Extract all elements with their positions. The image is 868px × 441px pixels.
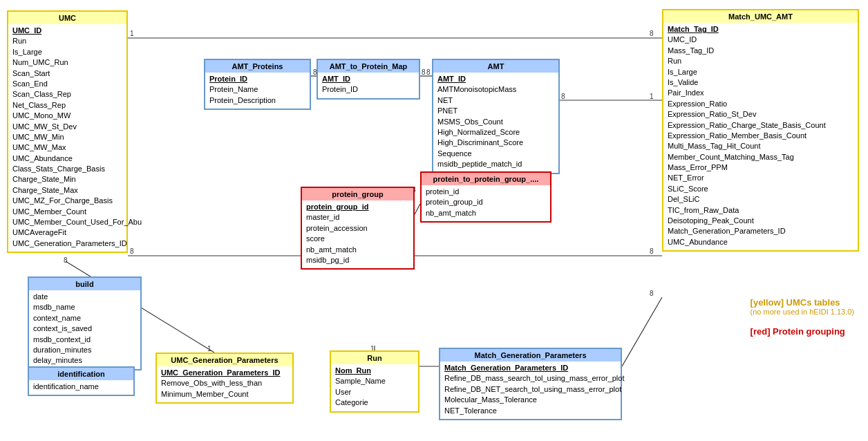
field-delay: delay_minutes — [33, 355, 136, 366]
table-protein-group-body: protein_group_id master_id protein_acces… — [302, 200, 413, 268]
svg-text:8: 8 — [650, 247, 654, 255]
table-identification: identification identification_name — [28, 366, 135, 396]
field-run: Run — [12, 36, 122, 46]
field-protein-id: Protein_ID — [209, 74, 305, 84]
svg-line-14 — [415, 204, 420, 214]
svg-text:8: 8 — [130, 247, 134, 255]
field-multi-mass-hit: Multi_Mass_Tag_Hit_Count — [668, 141, 853, 151]
field-pair-index: Pair_Index — [668, 88, 853, 98]
field-min-member: Minimum_Member_Count — [161, 389, 288, 400]
legend-yellow-sub: (no more used in hEIDI 1.13.0) — [751, 308, 854, 316]
table-protein-to-group-body: protein_id protein_group_id nb_amt_match — [422, 185, 550, 221]
field-nom-run: Nom_Run — [335, 366, 414, 376]
field-mass-tag-id: Mass_Tag_ID — [668, 46, 853, 56]
field-umc-mono-mw: UMC_Mono_MW — [12, 111, 122, 121]
svg-text:1: 1 — [207, 345, 211, 353]
field-umc-mw-max: UMC_MW_Max — [12, 142, 122, 153]
field-umc-id: UMC_ID — [12, 26, 122, 36]
table-amt-proteins-header: AMT_Proteins — [205, 60, 310, 73]
field-remove-obs: Remove_Obs_with_less_than — [161, 378, 288, 388]
svg-text:1: 1 — [130, 30, 134, 37]
field-expr-ratio-member: Expression_Ratio_Member_Basis_Count — [668, 131, 853, 141]
table-amt-protein-map: AMT_to_Protein_Map AMT_ID Protein_ID — [317, 59, 420, 100]
table-build-header: build — [29, 278, 140, 290]
field-mgp-id: Match_Generation_Parameters_ID — [444, 363, 616, 373]
field-umc-gen-id: UMC_Generation_Parameters_ID — [161, 368, 288, 378]
table-umc-header: UMC — [8, 12, 126, 24]
field-scan-start: Scan_Start — [12, 68, 122, 79]
field-umc-member-count: UMC_Member_Count — [12, 207, 122, 217]
field-sequence: Sequence — [437, 149, 554, 159]
field-umc-gen-params: UMC_Generation_Parameters_ID — [12, 238, 122, 249]
field-scan-class-rep: Scan_Class_Rep — [12, 89, 122, 100]
table-run: Run Nom_Run Sample_Name User Categorie — [330, 350, 419, 413]
field-categorie: Categorie — [335, 397, 414, 408]
table-umc-gen-params-header: UMC_Generation_Parameters — [157, 354, 292, 366]
field-umc-abundance: UMC_Abundance — [12, 153, 122, 164]
field-sample-name: Sample_Name — [335, 376, 414, 386]
svg-text:1: 1 — [650, 93, 654, 100]
table-amt: AMT AMT_ID AMTMonoisotopicMass NET PNET … — [432, 59, 560, 174]
svg-line-23 — [622, 297, 662, 366]
field-umc-member-used: UMC_Member_Count_Used_For_Abu — [12, 217, 122, 227]
field-umc-mw-min: UMC_MW_Min — [12, 132, 122, 142]
field-match-tag-id: Match_Tag_ID — [668, 24, 853, 35]
table-match-gen-params: Match_Generation_Parameters Match_Genera… — [439, 348, 622, 420]
field-score: score — [306, 234, 409, 244]
field-msdb-context-id: msdb_context_id — [33, 335, 136, 345]
field-mumc-islarge: Is_Large — [668, 67, 853, 77]
field-protein-id-map: Protein_ID — [322, 84, 415, 95]
table-match-gen-params-body: Match_Generation_Parameters_ID Refine_DB… — [440, 362, 621, 419]
field-msidb-peptide: msidb_peptide_match_id — [437, 159, 554, 169]
field-net-tol: NET_Tolerance — [444, 406, 616, 416]
field-mumc-run: Run — [668, 56, 853, 66]
table-identification-header: identification — [29, 368, 133, 380]
field-msdb-name: msdb_name — [33, 302, 136, 312]
field-high-discrim: High_Discriminant_Score — [437, 138, 554, 148]
field-deiso-peak: Deisotoping_Peak_Count — [668, 216, 853, 226]
table-amt-body: AMT_ID AMTMonoisotopicMass NET PNET MSMS… — [433, 73, 558, 173]
field-num-umc-run: Num_UMC_Run — [12, 57, 122, 68]
field-ptg-protein-id: protein_id — [426, 187, 546, 197]
table-match-umc-amt: Match_UMC_AMT Match_Tag_ID UMC_ID Mass_T… — [662, 9, 859, 252]
field-umc-mw-stdev: UMC_MW_St_Dev — [12, 122, 122, 132]
field-tic: TIC_from_Raw_Data — [668, 205, 853, 216]
field-msidb-pg-id: msidb_pg_id — [306, 255, 409, 265]
table-match-umc-amt-body: Match_Tag_ID UMC_ID Mass_Tag_ID Run Is_L… — [663, 23, 858, 250]
field-match-gen-id: Match_Generation_Parameters_ID — [668, 226, 853, 236]
field-pnet: PNET — [437, 106, 554, 116]
field-expr-ratio-stdev: Expression_Ratio_St_Dev — [668, 109, 853, 120]
field-member-count-match: Member_Count_Matching_Mass_Tag — [668, 152, 853, 162]
field-msms-obs: MSMS_Obs_Count — [437, 117, 554, 127]
svg-text:8: 8 — [426, 68, 431, 76]
table-identification-body: identification_name — [29, 380, 133, 395]
svg-text:8: 8 — [64, 256, 68, 264]
table-build-body: date msdb_name context_name context_is_s… — [29, 290, 140, 369]
field-context-name: context_name — [33, 313, 136, 323]
field-master-id: master_id — [306, 212, 409, 223]
field-del-slic: Del_SLiC — [668, 194, 853, 205]
field-expr-ratio: Expression_Ratio — [668, 99, 853, 109]
field-high-norm-score: High_Normalized_Score — [437, 127, 554, 138]
field-class-stats: Class_Stats_Charge_Basis — [12, 164, 122, 174]
field-ptg-nb-amt: nb_amt_match — [426, 208, 546, 218]
table-amt-header: AMT — [433, 60, 558, 73]
field-mumc-abundance: UMC_Abundance — [668, 237, 853, 247]
table-amt-protein-map-body: AMT_ID Protein_ID — [318, 73, 419, 98]
svg-text:8: 8 — [650, 290, 654, 297]
field-mass-error-ppm: Mass_Error_PPM — [668, 162, 853, 173]
field-refine-db-mass: Refine_DB_mass_search_tol_using_mass_err… — [444, 373, 616, 384]
field-expr-ratio-charge: Expression_Ratio_Charge_State_Basis_Coun… — [668, 120, 853, 131]
table-umc-gen-params-body: UMC_Generation_Parameters_ID Remove_Obs_… — [157, 366, 292, 402]
field-amt-id-map: AMT_ID — [322, 74, 415, 84]
field-identification-name: identification_name — [33, 382, 129, 392]
field-protein-accession: protein_accession — [306, 223, 409, 234]
legend: [yellow] UMCs tables (no more used in hE… — [751, 297, 854, 386]
field-mumc-isvalide: Is_Valide — [668, 77, 853, 88]
legend-yellow-text: [yellow] UMCs tables — [751, 297, 854, 308]
field-date: date — [33, 292, 136, 302]
table-umc-body: UMC_ID Run Is_Large Num_UMC_Run Scan_Sta… — [8, 24, 126, 252]
field-net-class-rep: Net_Class_Rep — [12, 100, 122, 111]
table-build: build date msdb_name context_name contex… — [28, 276, 142, 370]
table-protein-to-group-header: protein_to_protein_group_.... — [422, 173, 550, 185]
